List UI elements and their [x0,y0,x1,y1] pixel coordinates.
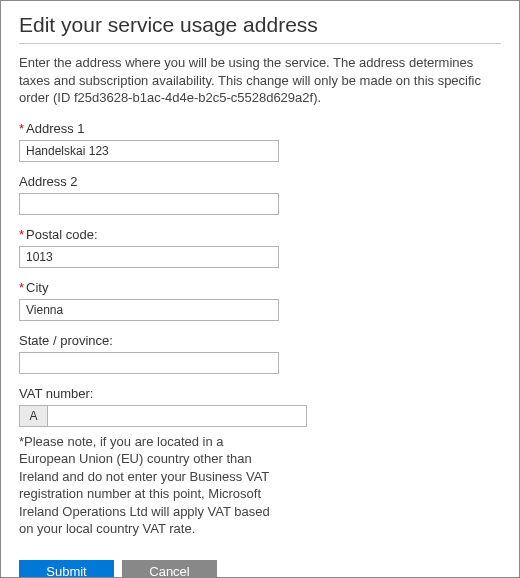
label-text: Address 1 [26,121,85,136]
title-divider [19,43,501,44]
label-city: *City [19,280,501,295]
vat-input[interactable] [47,405,307,427]
label-text: City [26,280,48,295]
cancel-button[interactable]: Cancel [122,560,217,578]
required-mark: * [19,121,24,136]
page-title: Edit your service usage address [19,13,501,37]
field-address2: Address 2 [19,174,501,215]
postal-input[interactable] [19,246,279,268]
button-row: Submit Cancel [19,560,501,578]
field-address1: *Address 1 [19,121,501,162]
intro-text: Enter the address where you will be usin… [19,54,501,107]
required-mark: * [19,280,24,295]
vat-note: *Please note, if you are located in a Eu… [19,433,279,538]
label-address1: *Address 1 [19,121,501,136]
field-state: State / province: [19,333,501,374]
state-input[interactable] [19,352,279,374]
field-vat: VAT number: A *Please note, if you are l… [19,386,501,538]
field-city: *City [19,280,501,321]
city-input[interactable] [19,299,279,321]
label-vat: VAT number: [19,386,501,401]
field-postal: *Postal code: [19,227,501,268]
required-mark: * [19,227,24,242]
label-address2: Address 2 [19,174,501,189]
address2-input[interactable] [19,193,279,215]
vat-prefix: A [19,405,47,427]
label-state: State / province: [19,333,501,348]
label-postal: *Postal code: [19,227,501,242]
label-text: Postal code: [26,227,98,242]
submit-button[interactable]: Submit [19,560,114,578]
address1-input[interactable] [19,140,279,162]
